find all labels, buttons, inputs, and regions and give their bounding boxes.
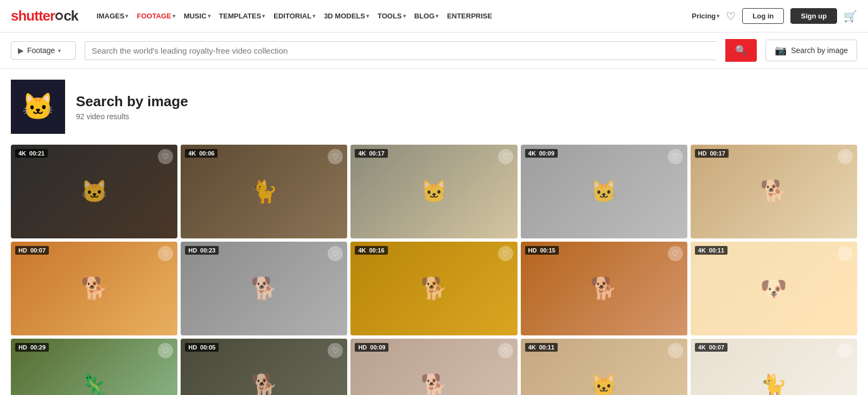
favorite-button[interactable]: ♡ <box>158 343 173 358</box>
video-badge: 4K 00:11 <box>525 343 558 352</box>
video-duration: 00:16 <box>369 247 384 254</box>
page-header-text: Search by image 92 video results <box>76 93 188 121</box>
favorite-button[interactable]: ♡ <box>158 149 173 164</box>
favorite-button[interactable]: ♡ <box>158 246 173 261</box>
nav-editorial[interactable]: EDITORIAL ▾ <box>270 10 318 22</box>
nav-blog[interactable]: BLOG ▾ <box>411 10 442 22</box>
thumbnail-preview: 🐕 <box>420 372 448 395</box>
video-duration: 00:09 <box>370 344 385 351</box>
video-badge: HD 00:29 <box>15 343 49 352</box>
pricing-link[interactable]: Pricing ▾ <box>692 12 719 20</box>
video-badge: HD 00:05 <box>185 343 219 352</box>
favorite-button[interactable]: ♡ <box>328 246 343 261</box>
video-badge: 4K 00:17 <box>355 149 387 158</box>
video-badge: 4K 00:21 <box>15 149 48 158</box>
thumbnail-preview: 🐕 <box>760 179 787 204</box>
video-quality: 4K <box>358 150 366 157</box>
video-badge: 4K 00:07 <box>695 343 727 352</box>
search-input[interactable] <box>92 46 710 55</box>
video-duration: 00:07 <box>709 344 724 351</box>
video-quality: 4K <box>358 247 366 254</box>
favorite-button[interactable]: ♡ <box>498 246 513 261</box>
video-duration: 00:11 <box>709 247 724 254</box>
video-quality: HD <box>188 247 197 254</box>
nav-music[interactable]: MUSIC ▾ <box>181 10 214 22</box>
video-item[interactable]: 🐕 HD 00:23 ♡ <box>181 242 347 335</box>
video-quality: HD <box>18 344 27 351</box>
signup-button[interactable]: Sign up <box>790 8 837 24</box>
video-item[interactable]: 🐕 HD 00:09 ♡ <box>350 339 517 395</box>
video-duration: 00:06 <box>199 150 214 157</box>
cart-icon[interactable]: 🛒 <box>844 10 857 23</box>
video-item[interactable]: 🐱 4K 00:09 ♡ <box>521 145 687 238</box>
nav-tools[interactable]: TOOLS ▾ <box>374 10 409 22</box>
video-duration: 00:09 <box>539 150 554 157</box>
video-grid: 🐱 4K 00:21 ♡ 🐈 4K 00:06 ♡ 🐱 4K 00:17 ♡ 🐱… <box>0 139 868 395</box>
favorites-icon[interactable]: ♡ <box>726 10 736 23</box>
nav-images[interactable]: IMAGES ▾ <box>93 10 131 22</box>
video-duration: 00:23 <box>200 247 215 254</box>
results-count: 92 video results <box>76 112 188 121</box>
video-badge: HD 00:15 <box>525 246 559 255</box>
favorite-button[interactable]: ♡ <box>328 149 343 164</box>
favorite-button[interactable]: ♡ <box>498 343 513 358</box>
favorite-button[interactable]: ♡ <box>668 149 683 164</box>
video-item[interactable]: 🐕 HD 00:15 ♡ <box>521 242 687 335</box>
search-by-image-button[interactable]: 📷 Search by image <box>765 40 857 61</box>
favorite-button[interactable]: ♡ <box>838 149 853 164</box>
video-item[interactable]: 🐕 HD 00:07 ♡ <box>11 242 177 335</box>
logo[interactable]: shutterck <box>11 8 78 24</box>
nav-footage[interactable]: FOOTAGE ▾ <box>133 10 178 22</box>
favorite-button[interactable]: ♡ <box>668 343 683 358</box>
video-duration: 00:21 <box>29 150 44 157</box>
video-item[interactable]: 🐕 4K 00:16 ♡ <box>350 242 517 335</box>
favorite-button[interactable]: ♡ <box>328 343 343 358</box>
video-duration: 00:17 <box>710 150 725 157</box>
thumbnail-preview: 🐕 <box>251 276 278 301</box>
video-quality: HD <box>698 150 707 157</box>
favorite-button[interactable]: ♡ <box>668 246 683 261</box>
nav-templates[interactable]: TEMPLATES ▾ <box>216 10 269 22</box>
video-item[interactable]: 🐶 4K 00:11 ♡ <box>691 242 857 335</box>
chevron-down-icon: ▾ <box>312 13 315 19</box>
video-item[interactable]: 🐕 HD 00:17 ♡ <box>691 145 857 238</box>
search-bar: ▶ Footage ▾ 🔍 📷 Search by image <box>0 33 868 69</box>
chevron-down-icon: ▾ <box>262 13 265 19</box>
video-item[interactable]: 🐱 4K 00:21 ♡ <box>11 145 177 238</box>
video-item[interactable]: 🦎 HD 00:29 ♡ <box>11 339 177 395</box>
video-item[interactable]: 🐈 4K 00:07 ♡ <box>691 339 857 395</box>
thumbnail-preview: 🐕 <box>251 372 278 395</box>
video-item[interactable]: 🐈 4K 00:06 ♡ <box>181 145 347 238</box>
video-duration: 00:05 <box>200 344 215 351</box>
video-badge: 4K 00:09 <box>525 149 558 158</box>
navbar: shutterck IMAGES ▾ FOOTAGE ▾ MUSIC ▾ TEM… <box>0 0 868 33</box>
video-item[interactable]: 🐕 HD 00:05 ♡ <box>181 339 347 395</box>
video-item[interactable]: 🐱 4K 00:11 ♡ <box>521 339 687 395</box>
video-badge: HD 00:09 <box>355 343 388 352</box>
thumbnail-preview: 🐱 <box>590 372 617 395</box>
favorite-button[interactable]: ♡ <box>838 343 853 358</box>
login-button[interactable]: Log in <box>742 8 784 24</box>
video-quality: 4K <box>18 150 26 157</box>
nav-enterprise[interactable]: ENTERPRISE <box>444 10 495 22</box>
video-item[interactable]: 🐱 4K 00:17 ♡ <box>350 145 517 238</box>
nav-3d-models[interactable]: 3D MODELS ▾ <box>321 10 372 22</box>
camera-icon: 📷 <box>775 44 787 56</box>
search-type-selector[interactable]: ▶ Footage ▾ <box>11 41 76 60</box>
favorite-button[interactable]: ♡ <box>498 149 513 164</box>
video-duration: 00:11 <box>539 344 554 351</box>
thumbnail-preview: 🐱 <box>420 179 448 204</box>
search-input-wrap <box>85 41 717 60</box>
thumbnail-preview: 🐱 <box>81 179 108 204</box>
video-quality: 4K <box>698 344 706 351</box>
video-duration: 00:17 <box>369 150 384 157</box>
query-thumbnail: 🐱 <box>11 80 65 134</box>
video-quality: HD <box>358 344 367 351</box>
video-badge: 4K 00:16 <box>355 246 387 255</box>
chevron-down-icon: ▾ <box>173 13 175 19</box>
thumbnail-preview: 🐈 <box>251 179 278 204</box>
search-button[interactable]: 🔍 <box>725 39 757 62</box>
video-badge: 4K 00:06 <box>185 149 218 158</box>
page-title: Search by image <box>76 93 188 110</box>
favorite-button[interactable]: ♡ <box>838 246 853 261</box>
